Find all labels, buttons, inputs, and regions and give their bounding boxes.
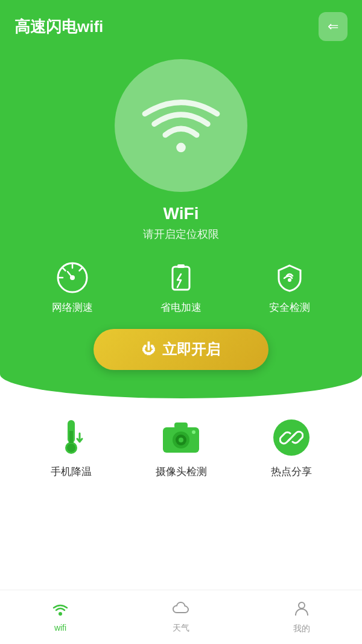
feature-speed-test[interactable]: 网络测速 — [52, 260, 93, 314]
power-icon: ⏻ — [142, 342, 155, 357]
svg-point-15 — [192, 430, 195, 434]
profile-tab-label: 我的 — [293, 623, 310, 634]
tab-wifi[interactable]: wifi — [0, 602, 121, 633]
top-section: 高速闪电wifi ⇐ WiFi 请开启定位权限 — [0, 0, 362, 374]
speed-test-icon — [54, 260, 91, 296]
security-check-label: 安全检测 — [269, 301, 310, 314]
wifi-sublabel: 请开启定位权限 — [143, 227, 219, 241]
svg-rect-3 — [173, 267, 189, 290]
security-check-icon — [272, 260, 308, 296]
start-button[interactable]: ⏻ 立即开启 — [94, 329, 268, 370]
profile-tab-icon — [293, 600, 310, 621]
wifi-tab-icon — [52, 602, 69, 620]
svg-point-16 — [59, 612, 62, 616]
camera-detect-icon — [160, 416, 202, 459]
phone-cool-icon — [50, 416, 92, 459]
app-title: 高速闪电wifi — [14, 16, 103, 37]
tab-bar: wifi 天气 我的 — [0, 590, 362, 644]
tab-weather[interactable]: 天气 — [121, 601, 241, 634]
svg-point-17 — [299, 602, 305, 608]
header: 高速闪电wifi ⇐ — [0, 0, 362, 47]
svg-rect-8 — [69, 431, 73, 443]
phone-cool-label: 手机降温 — [51, 465, 92, 479]
camera-detect-label: 摄像头检测 — [156, 465, 207, 479]
weather-tab-icon — [172, 601, 190, 620]
hotspot-share-icon — [270, 416, 313, 459]
feature-battery-save[interactable]: 省电加速 — [160, 260, 202, 314]
feature-security-check[interactable]: 安全检测 — [269, 260, 310, 314]
feature-phone-cool[interactable]: 手机降温 — [50, 416, 92, 479]
feature-camera-detect[interactable]: 摄像头检测 — [156, 416, 207, 479]
start-button-label: 立即开启 — [162, 340, 220, 359]
bottom-features-row: 手机降温 摄像头检测 — [0, 416, 362, 479]
battery-save-label: 省电加速 — [160, 301, 202, 314]
svg-point-5 — [288, 278, 291, 282]
tab-profile[interactable]: 我的 — [241, 600, 362, 634]
battery-save-icon — [163, 260, 199, 296]
svg-rect-14 — [174, 422, 188, 429]
feature-hotspot-share[interactable]: 热点分享 — [270, 416, 313, 479]
hotspot-share-label: 热点分享 — [271, 465, 312, 479]
wifi-label: WiFi — [164, 204, 199, 223]
weather-tab-label: 天气 — [173, 623, 189, 634]
wifi-tab-label: wifi — [54, 623, 66, 633]
features-row: 网络测速 省电加速 安全检测 — [0, 260, 362, 314]
svg-point-9 — [67, 444, 75, 452]
back-button[interactable]: ⇐ — [319, 12, 348, 41]
svg-rect-4 — [177, 264, 185, 268]
svg-point-13 — [179, 438, 183, 442]
wifi-signal-icon — [142, 86, 220, 165]
svg-point-0 — [176, 143, 186, 153]
wifi-circle — [115, 59, 247, 192]
speed-test-label: 网络测速 — [52, 301, 93, 314]
back-arrow-icon: ⇐ — [328, 19, 338, 34]
